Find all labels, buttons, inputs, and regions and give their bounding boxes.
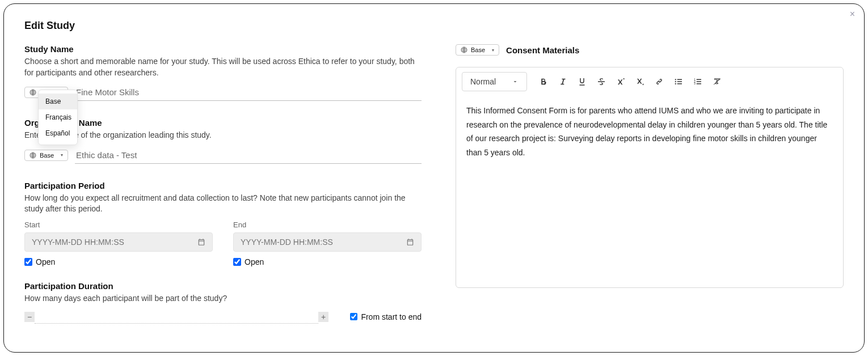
duration-decrement-button[interactable]: −: [24, 312, 35, 322]
svg-rect-5: [677, 83, 682, 84]
calendar-icon: [406, 238, 414, 246]
svg-text:3: 3: [694, 82, 696, 85]
consent-title: Consent Materials: [506, 45, 579, 55]
lang-option-base[interactable]: Base: [39, 94, 77, 109]
rich-text-editor: Normal 123 This Informed Consent Form is…: [456, 67, 844, 288]
svg-point-1: [675, 81, 676, 82]
edit-study-modal: × Edit Study Study Name Choose a short a…: [3, 3, 865, 353]
end-label: End: [233, 221, 422, 229]
lang-option-espanol[interactable]: Español: [39, 125, 77, 141]
subscript-button[interactable]: [631, 73, 648, 90]
org-name-section: Organization Name Enter the name of the …: [24, 118, 422, 164]
end-date-col: End Open: [233, 221, 422, 266]
clear-format-button[interactable]: [709, 73, 726, 90]
participation-duration-section: Participation Duration How many days eac…: [24, 281, 422, 324]
study-name-help: Choose a short and memorable name for yo…: [24, 56, 422, 78]
right-column: Base ▾ Consent Materials Normal: [456, 44, 844, 324]
from-start-to-end-label: From start to end: [361, 312, 422, 321]
start-open-row[interactable]: Open: [24, 257, 213, 266]
study-name-label: Study Name: [24, 44, 422, 54]
globe-icon: [30, 89, 36, 96]
link-button[interactable]: [651, 73, 668, 90]
duration-increment-button[interactable]: +: [318, 312, 328, 322]
org-name-input[interactable]: [75, 147, 422, 164]
end-open-checkbox[interactable]: [233, 258, 241, 266]
numbered-list-button[interactable]: 123: [689, 73, 706, 90]
svg-rect-10: [697, 81, 701, 82]
start-open-label: Open: [36, 257, 55, 266]
participation-period-help: How long do you expect all recruitment a…: [24, 193, 422, 215]
start-date-input[interactable]: [32, 238, 197, 247]
svg-rect-9: [697, 79, 701, 80]
globe-icon: [461, 46, 467, 53]
bullet-list-button[interactable]: [670, 73, 687, 90]
participation-duration-label: Participation Duration: [24, 281, 422, 291]
end-date-input[interactable]: [241, 238, 406, 247]
superscript-button[interactable]: [612, 73, 629, 90]
svg-point-0: [675, 79, 676, 80]
chevron-down-icon: ▾: [492, 48, 494, 53]
study-name-input[interactable]: [75, 84, 422, 101]
format-select[interactable]: Normal: [462, 72, 527, 91]
duration-input[interactable]: [35, 310, 318, 324]
end-date-input-wrap[interactable]: [233, 232, 422, 252]
calendar-icon: [197, 238, 205, 246]
consent-body[interactable]: This Informed Consent Form is for parent…: [462, 97, 837, 287]
start-label: Start: [24, 221, 213, 229]
modal-columns: Study Name Choose a short and memorable …: [24, 44, 844, 324]
lang-option-francais[interactable]: Français: [39, 109, 77, 125]
end-open-label: Open: [245, 257, 264, 266]
from-start-to-end-row[interactable]: From start to end: [350, 312, 422, 321]
end-open-row[interactable]: Open: [233, 257, 422, 266]
svg-rect-3: [677, 79, 682, 80]
svg-rect-11: [697, 83, 701, 84]
close-icon[interactable]: ×: [850, 10, 855, 19]
format-select-value: Normal: [470, 77, 496, 86]
underline-button[interactable]: [574, 73, 591, 90]
consent-header: Base ▾ Consent Materials: [456, 44, 844, 56]
lang-picker-value: Base: [40, 152, 54, 159]
participation-period-section: Participation Period How long do you exp…: [24, 181, 422, 266]
editor-toolbar: Normal 123: [462, 72, 837, 97]
lang-picker-org-name[interactable]: Base ▾: [24, 150, 68, 161]
svg-point-2: [675, 83, 676, 84]
modal-title: Edit Study: [24, 20, 844, 32]
from-start-to-end-checkbox[interactable]: [350, 313, 357, 320]
bold-button[interactable]: [535, 73, 552, 90]
lang-picker-consent[interactable]: Base ▾: [456, 44, 499, 56]
chevron-down-icon: [512, 78, 519, 85]
chevron-down-icon: ▾: [61, 152, 63, 158]
globe-icon: [30, 152, 36, 159]
start-date-col: Start Open: [24, 221, 213, 266]
study-name-section: Study Name Choose a short and memorable …: [24, 44, 422, 101]
svg-rect-4: [677, 81, 682, 82]
start-open-checkbox[interactable]: [24, 258, 32, 266]
lang-picker-value: Base: [471, 46, 485, 53]
left-column: Study Name Choose a short and memorable …: [24, 44, 422, 324]
strikethrough-button[interactable]: [593, 73, 610, 90]
participation-duration-help: How many days each participant will be p…: [24, 293, 422, 304]
italic-button[interactable]: [554, 73, 571, 90]
org-name-help: Enter the name of the organization leadi…: [24, 130, 422, 141]
start-date-input-wrap[interactable]: [24, 232, 213, 252]
participation-period-label: Participation Period: [24, 181, 422, 190]
lang-dropdown[interactable]: Base Français Español: [38, 90, 78, 145]
org-name-label: Organization Name: [24, 118, 422, 128]
